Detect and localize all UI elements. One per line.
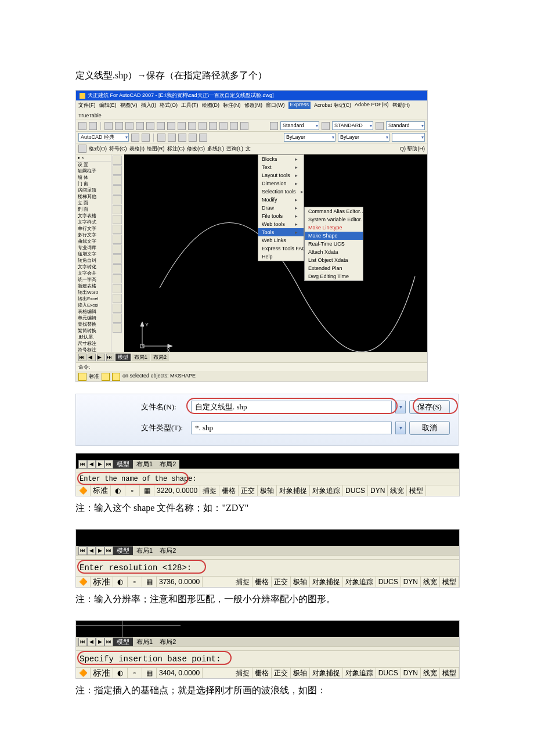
tool-icon[interactable] — [113, 156, 122, 165]
palette-item[interactable]: 读入Excel — [76, 302, 111, 308]
toggle[interactable]: 对象追踪 — [343, 577, 376, 587]
tab-nav-last-icon[interactable]: ⏭ — [104, 460, 113, 469]
vertical-toolstrip[interactable] — [111, 154, 124, 352]
toggle[interactable]: 栅格 — [252, 577, 272, 587]
palette-item[interactable]: 递增文字 — [76, 251, 111, 257]
tab-nav-next-icon[interactable]: ▶ — [96, 546, 104, 555]
toggle[interactable]: DUCS — [343, 485, 368, 496]
toggle[interactable]: DYN — [368, 485, 388, 496]
model-tabs-row[interactable]: ⏮ ◀ ▶ ⏭ 模型 布局1 布局2 — [76, 352, 427, 362]
tool-icon[interactable] — [131, 134, 139, 142]
menu-item[interactable]: 视图(V) — [120, 102, 138, 109]
command-line[interactable]: Enter resolution <128>: — [76, 559, 459, 576]
tab-layout1[interactable]: 布局1 — [133, 638, 156, 646]
submenu-item[interactable]: Web Links — [258, 236, 304, 244]
express-submenu[interactable]: Blocks▸ Text▸ Layout tools▸ Dimension▸ S… — [258, 154, 304, 261]
tab-nav-first-icon[interactable]: ⏮ — [78, 460, 87, 469]
submenu-item[interactable]: Blocks▸ — [258, 155, 304, 163]
model-tabs-row[interactable]: ⏮ ◀ ▶ ⏭ 模型 布局1 布局2 — [76, 453, 459, 469]
palette-item[interactable]: 新建表格 — [76, 283, 111, 289]
tool-icon[interactable] — [322, 122, 330, 130]
tools-item[interactable]: Command Alias Editor… — [305, 207, 363, 215]
toggle[interactable]: DUCS — [376, 668, 401, 678]
palette-item[interactable]: 单行文字 — [76, 225, 111, 232]
sec-menu-item[interactable]: Q) 帮助(H) — [400, 145, 425, 153]
palette-item[interactable]: 专业词库 — [76, 244, 111, 251]
left-palette[interactable]: ▸ × 设 置 轴网柱子 墙 体 门 窗 房间屋顶 楼梯其他 立 面 剖 面 文… — [76, 154, 111, 352]
toggle[interactable]: 模型 — [440, 577, 459, 587]
tool-icon[interactable] — [113, 314, 122, 323]
tool-icon[interactable] — [113, 304, 122, 313]
tab-nav-first-icon[interactable]: ⏮ — [78, 638, 87, 646]
filename-dropdown-icon[interactable]: ▾ — [395, 401, 406, 413]
command-line[interactable]: Specify insertion base point: — [76, 650, 459, 667]
menubar[interactable]: 文件(F) 编辑(E) 视图(V) 插入(I) 格式(O) 工具(T) 绘图(D… — [76, 100, 427, 120]
style-combo[interactable]: Standard — [280, 121, 319, 130]
tool-icon[interactable] — [167, 122, 175, 130]
toggle[interactable]: 对象捕捉 — [310, 668, 343, 678]
tool-icon[interactable] — [113, 294, 122, 303]
submenu-item[interactable]: Help — [258, 253, 304, 261]
tab-layout2[interactable]: 布局2 — [156, 638, 179, 646]
palette-item[interactable]: 查找替换 — [76, 321, 111, 327]
tools-submenu[interactable]: Command Alias Editor… System Variable Ed… — [304, 207, 363, 281]
palette-item[interactable]: 繁简转换 — [76, 327, 111, 334]
sec-menu-item[interactable]: 查询(L) — [226, 145, 243, 153]
tool-icon[interactable] — [146, 122, 154, 130]
submenu-item[interactable]: Modify▸ — [258, 196, 304, 204]
submenu-item[interactable]: Layout tools▸ — [258, 171, 304, 179]
lineweight-combo[interactable] — [392, 133, 425, 142]
tool-icon[interactable] — [157, 122, 165, 130]
tab-layout1[interactable]: 布局1 — [133, 460, 156, 469]
palette-item[interactable]: 文字样式 — [76, 219, 111, 225]
tool-icon[interactable] — [113, 225, 122, 234]
tool-icon[interactable] — [113, 254, 122, 264]
toggle[interactable]: 线宽 — [421, 577, 440, 587]
tab-nav-first-icon[interactable]: ⏮ — [78, 546, 87, 555]
menu-item[interactable]: Acrobat 标记(C) — [314, 102, 351, 109]
tab-layout1[interactable]: 布局1 — [132, 354, 150, 361]
palette-item[interactable]: 转出Word — [76, 289, 111, 296]
tool-icon[interactable] — [113, 264, 122, 273]
drawing-canvas[interactable]: Y X Blocks▸ Text▸ Layout tools▸ Dimensio… — [124, 154, 427, 352]
sec-menu-item[interactable]: 文 — [246, 145, 251, 153]
toggle[interactable]: 模型 — [407, 485, 426, 496]
sec-menu-item[interactable]: 标注(C) — [167, 145, 185, 153]
palette-item[interactable]: 单元编辑 — [76, 315, 111, 321]
toggle[interactable]: 极轴 — [291, 668, 310, 678]
tool-icon[interactable] — [113, 195, 122, 204]
toggle[interactable]: 对象捕捉 — [310, 577, 343, 587]
tab-layout2[interactable]: 布局2 — [151, 354, 169, 361]
tab-nav-prev-icon[interactable]: ◀ — [87, 638, 96, 646]
palette-item[interactable]: 转角自纠 — [76, 257, 111, 264]
tools-item[interactable]: Extended Plan — [305, 264, 363, 272]
tab-model[interactable]: 模型 — [113, 638, 133, 646]
toolbar-workspace[interactable]: AutoCAD 经典 ByLayer ByLayer — [76, 132, 427, 143]
color-combo[interactable]: ByLayer — [284, 133, 335, 142]
palette-item[interactable]: 文字表格 — [76, 213, 111, 219]
submenu-item[interactable]: Draw▸ — [258, 204, 304, 212]
tool-icon[interactable] — [199, 134, 207, 142]
filetype-dropdown-icon[interactable]: ▾ — [395, 422, 406, 434]
menu-item[interactable]: 窗口(W) — [266, 102, 285, 109]
palette-item[interactable]: 文字会并 — [76, 270, 111, 276]
palette-item[interactable]: 统一字高 — [76, 276, 111, 283]
toggle[interactable]: 正交 — [272, 577, 291, 587]
tool-icon[interactable] — [113, 165, 122, 175]
tool-icon[interactable] — [113, 205, 122, 214]
toggle[interactable]: DYN — [401, 668, 421, 678]
toggle[interactable]: 对象追踪 — [343, 668, 376, 678]
filename-field[interactable]: 自定义线型. shp — [191, 401, 392, 413]
tool-icon[interactable] — [104, 122, 113, 130]
tab-nav-next-icon[interactable]: ▶ — [96, 460, 104, 469]
palette-item[interactable]: 符号标注 — [76, 347, 111, 352]
palette-item[interactable]: .默认层. — [76, 334, 111, 340]
toggle[interactable]: 捕捉 — [200, 485, 219, 496]
model-tabs-row[interactable]: ⏮ ◀ ▶ ⏭ 模型 布局1 布局2 — [76, 637, 459, 646]
toggle[interactable]: 模型 — [440, 668, 459, 678]
tab-nav-last-icon[interactable]: ⏭ — [104, 638, 113, 646]
tool-icon[interactable] — [178, 134, 186, 142]
sec-menu-item[interactable]: 绘图(R) — [147, 145, 165, 153]
tool-icon[interactable] — [168, 134, 176, 142]
palette-item[interactable]: 门 窗 — [76, 181, 111, 187]
